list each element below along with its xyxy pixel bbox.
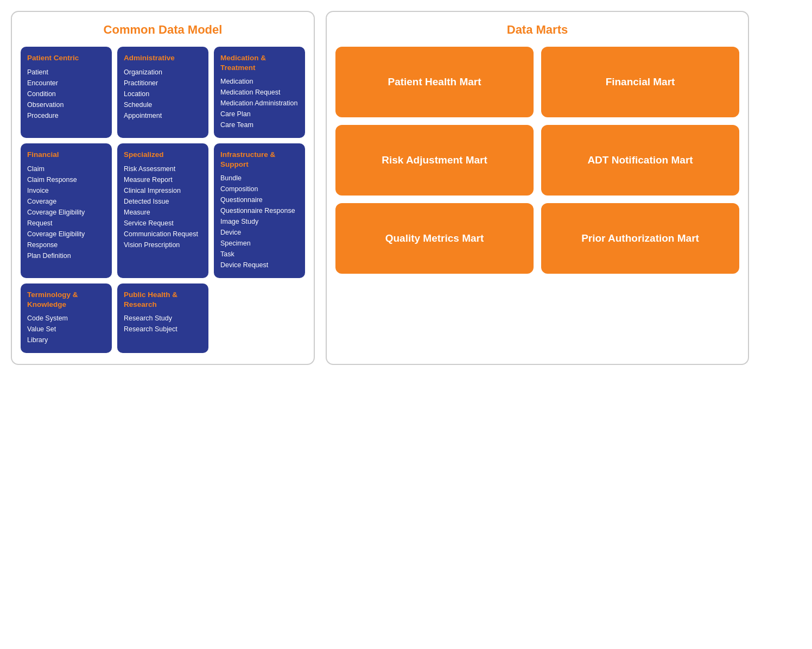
list-item: Care Team (220, 119, 299, 130)
list-item: Medication (220, 76, 299, 87)
list-item: Schedule (124, 99, 202, 110)
list-item: Appointment (124, 110, 202, 121)
list-item: Bundle (220, 173, 299, 184)
list-item: Location (124, 89, 202, 99)
cdm-cell-infrastructure-support: Infrastructure & Support Bundle Composit… (214, 143, 305, 278)
list-item: Code System (27, 313, 105, 324)
dm-card-financial-mart[interactable]: Financial Mart (541, 47, 739, 117)
list-item: Image Study (220, 216, 299, 227)
dm-card-patient-health-mart[interactable]: Patient Health Mart (335, 47, 534, 117)
cdm-administrative-title: Administrative (124, 53, 202, 63)
cdm-top-grid: Patient Centric Patient Encounter Condit… (21, 47, 305, 278)
list-item: Research Study (124, 313, 202, 324)
list-item: Coverage Eligibility Request (27, 207, 105, 229)
list-item: Research Subject (124, 324, 202, 335)
cdm-specialized-title: Specialized (124, 150, 202, 160)
list-item: Device Request (220, 260, 299, 270)
list-item: Clinical Impression (124, 185, 202, 196)
list-item: Task (220, 249, 299, 260)
cdm-patient-centric-items: Patient Encounter Condition Observation … (27, 67, 105, 121)
dm-card-label: Patient Health Mart (388, 75, 481, 89)
list-item: Procedure (27, 110, 105, 121)
cdm-cell-financial: Financial Claim Claim Response Invoice C… (21, 143, 112, 278)
cdm-title: Common Data Model (21, 23, 305, 37)
dm-panel: Data Marts Patient Health Mart Financial… (326, 11, 749, 365)
dm-card-risk-adjustment-mart[interactable]: Risk Adjustment Mart (335, 125, 534, 196)
dm-grid: Patient Health Mart Financial Mart Risk … (335, 47, 739, 274)
list-item: Encounter (27, 78, 105, 89)
cdm-infrastructure-items: Bundle Composition Questionnaire Questio… (220, 173, 299, 270)
list-item: Observation (27, 99, 105, 110)
list-item: Value Set (27, 324, 105, 335)
list-item: Medication Request (220, 87, 299, 98)
cdm-financial-items: Claim Claim Response Invoice Coverage Co… (27, 163, 105, 261)
list-item: Coverage Eligibility Response (27, 229, 105, 250)
cdm-cell-administrative: Administrative Organization Practitioner… (117, 47, 208, 138)
main-container: Common Data Model Patient Centric Patien… (11, 11, 801, 365)
list-item: Plan Definition (27, 250, 105, 261)
cdm-cell-terminology: Terminology & Knowledge Code System Valu… (21, 283, 112, 353)
cdm-terminology-items: Code System Value Set Library (27, 313, 105, 345)
list-item: Composition (220, 184, 299, 194)
cdm-medication-treatment-items: Medication Medication Request Medication… (220, 76, 299, 130)
dm-card-label: Financial Mart (606, 75, 675, 89)
cdm-panel: Common Data Model Patient Centric Patien… (11, 11, 315, 365)
cdm-administrative-items: Organization Practitioner Location Sched… (124, 67, 202, 121)
list-item: Care Plan (220, 109, 299, 119)
dm-card-label: Prior Authorization Mart (581, 232, 699, 245)
list-item: Vision Prescription (124, 240, 202, 250)
cdm-terminology-title: Terminology & Knowledge (27, 290, 105, 309)
cdm-specialized-items: Risk Assessment Measure Report Clinical … (124, 163, 202, 250)
list-item: Patient (27, 67, 105, 78)
dm-card-prior-authorization-mart[interactable]: Prior Authorization Mart (541, 203, 739, 274)
cdm-infrastructure-title: Infrastructure & Support (220, 150, 299, 169)
list-item: Risk Assessment (124, 163, 202, 174)
list-item: Communication Request (124, 229, 202, 240)
list-item: Questionnaire Response (220, 205, 299, 216)
list-item: Medication Administration (220, 98, 299, 109)
dm-card-quality-metrics-mart[interactable]: Quality Metrics Mart (335, 203, 534, 274)
cdm-cell-public-health: Public Health & Research Research Study … (117, 283, 208, 353)
dm-card-label: Quality Metrics Mart (385, 232, 484, 245)
list-item: Organization (124, 67, 202, 78)
dm-card-adt-notification-mart[interactable]: ADT Notification Mart (541, 125, 739, 196)
cdm-patient-centric-title: Patient Centric (27, 53, 105, 63)
cdm-public-health-items: Research Study Research Subject (124, 313, 202, 335)
cdm-financial-title: Financial (27, 150, 105, 160)
list-item: Invoice (27, 185, 105, 196)
dm-card-label: Risk Adjustment Mart (382, 154, 487, 167)
list-item: Measure Report (124, 174, 202, 185)
list-item: Claim (27, 163, 105, 174)
list-item: Condition (27, 89, 105, 99)
list-item: Library (27, 335, 105, 345)
cdm-medication-treatment-title: Medication & Treatment (220, 53, 299, 72)
list-item: Measure (124, 207, 202, 218)
dm-card-label: ADT Notification Mart (587, 154, 693, 167)
list-item: Questionnaire (220, 194, 299, 205)
cdm-bottom-grid: Terminology & Knowledge Code System Valu… (21, 283, 305, 353)
dm-title: Data Marts (335, 23, 739, 37)
cdm-cell-specialized: Specialized Risk Assessment Measure Repo… (117, 143, 208, 278)
list-item: Device (220, 227, 299, 238)
list-item: Service Request (124, 218, 202, 229)
list-item: Specimen (220, 238, 299, 249)
cdm-cell-medication-treatment: Medication & Treatment Medication Medica… (214, 47, 305, 138)
list-item: Detected Issue (124, 196, 202, 207)
cdm-cell-patient-centric: Patient Centric Patient Encounter Condit… (21, 47, 112, 138)
cdm-public-health-title: Public Health & Research (124, 290, 202, 309)
list-item: Claim Response (27, 174, 105, 185)
list-item: Practitioner (124, 78, 202, 89)
list-item: Coverage (27, 196, 105, 207)
